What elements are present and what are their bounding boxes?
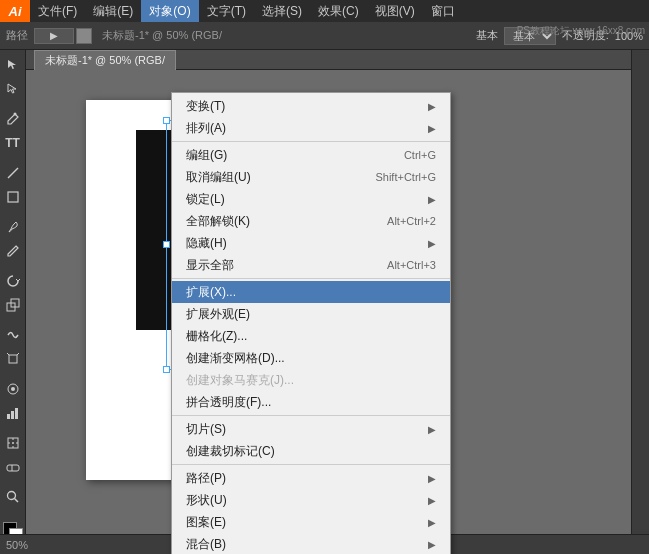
toolbox: T T: [0, 50, 26, 554]
menu-section-2: 编组(G) Ctrl+G 取消编组(U) Shift+Ctrl+G 锁定(L) …: [172, 142, 450, 279]
tool-line[interactable]: [2, 162, 24, 184]
svg-point-18: [7, 492, 15, 500]
right-panel: [631, 50, 649, 554]
canvas-area: 未标题-1* @ 50% (RGB/: [26, 50, 631, 554]
tool-direct-select[interactable]: [2, 78, 24, 100]
menu-gradient-mesh[interactable]: 创建渐变网格(D)...: [172, 347, 450, 369]
menu-transform[interactable]: 变换(T) ▶: [172, 95, 450, 117]
tool-shape[interactable]: [2, 186, 24, 208]
menu-file[interactable]: 文件(F): [30, 0, 85, 22]
app-logo: Ai: [0, 0, 30, 22]
svg-rect-10: [7, 414, 10, 419]
menu-items: 文件(F) 编辑(E) 对象(O) 文字(T) 选择(S) 效果(C) 视图(V…: [30, 0, 463, 22]
menu-slice[interactable]: 切片(S) ▶: [172, 418, 450, 440]
menu-section-4: 切片(S) ▶ 创建裁切标记(C): [172, 416, 450, 465]
tool-type[interactable]: T T: [2, 132, 24, 154]
menu-rasterize[interactable]: 栅格化(Z)...: [172, 325, 450, 347]
menu-path[interactable]: 路径(P) ▶: [172, 467, 450, 489]
tool-slice[interactable]: [2, 432, 24, 454]
menu-edit[interactable]: 编辑(E): [85, 0, 141, 22]
menu-object[interactable]: 对象(O): [141, 0, 198, 22]
tool-scale[interactable]: [2, 294, 24, 316]
menu-flatten-transparency[interactable]: 拼合透明度(F)...: [172, 391, 450, 413]
menu-hide[interactable]: 隐藏(H) ▶: [172, 232, 450, 254]
tool-paintbrush[interactable]: [2, 216, 24, 238]
tool-pencil[interactable]: [2, 240, 24, 262]
menu-arrange[interactable]: 排列(A) ▶: [172, 117, 450, 139]
svg-rect-5: [9, 355, 17, 363]
svg-line-7: [17, 353, 19, 355]
svg-line-1: [8, 168, 18, 178]
svg-rect-11: [11, 411, 14, 419]
path-selector[interactable]: ▶: [34, 28, 74, 44]
menu-show-all[interactable]: 显示全部 Alt+Ctrl+3: [172, 254, 450, 276]
menu-mosaic[interactable]: 创建对象马赛克(J)...: [172, 369, 450, 391]
tool-pen[interactable]: [2, 108, 24, 130]
zoom-level: 50%: [6, 539, 28, 551]
menu-shape[interactable]: 形状(U) ▶: [172, 489, 450, 511]
tool-rotate[interactable]: [2, 270, 24, 292]
canvas-tab: 未标题-1* @ 50% (RGB/: [26, 50, 631, 70]
path-color[interactable]: [76, 28, 92, 44]
menu-view[interactable]: 视图(V): [367, 0, 423, 22]
svg-point-9: [11, 387, 15, 391]
menu-section-1: 变换(T) ▶ 排列(A) ▶: [172, 93, 450, 142]
menu-text[interactable]: 文字(T): [199, 0, 254, 22]
menu-expand[interactable]: 扩展(X)...: [172, 281, 450, 303]
tool-symbol[interactable]: [2, 378, 24, 400]
svg-rect-16: [7, 465, 19, 471]
canvas-content: 变换(T) ▶ 排列(A) ▶ 编组(G) Ctrl+G: [26, 70, 631, 554]
watermark: PS教程论坛 www.16xx8.com: [517, 24, 645, 38]
path-label: 路径: [6, 28, 28, 43]
object-menu[interactable]: 变换(T) ▶ 排列(A) ▶ 编组(G) Ctrl+G: [171, 92, 451, 554]
menu-group[interactable]: 编组(G) Ctrl+G: [172, 144, 450, 166]
menu-section-5: 路径(P) ▶ 形状(U) ▶ 图案(E) ▶ 混合(B): [172, 465, 450, 554]
menu-expand-appearance[interactable]: 扩展外观(E): [172, 303, 450, 325]
menu-window[interactable]: 窗口: [423, 0, 463, 22]
menu-select[interactable]: 选择(S): [254, 0, 310, 22]
menu-pattern[interactable]: 图案(E) ▶: [172, 511, 450, 533]
basic-label: 基本: [476, 28, 498, 43]
tool-warp[interactable]: [2, 324, 24, 346]
menu-effect[interactable]: 效果(C): [310, 0, 367, 22]
tool-select[interactable]: [2, 54, 24, 76]
tool-bar-graph[interactable]: [2, 402, 24, 424]
menu-unlock-all[interactable]: 全部解锁(K) Alt+Ctrl+2: [172, 210, 450, 232]
tool-free-transform[interactable]: [2, 348, 24, 370]
svg-point-0: [13, 113, 16, 116]
menu-lock[interactable]: 锁定(L) ▶: [172, 188, 450, 210]
menu-bar: Ai 文件(F) 编辑(E) 对象(O) 文字(T) 选择(S) 效果(C) 视…: [0, 0, 649, 22]
svg-line-19: [14, 499, 18, 503]
menu-ungroup[interactable]: 取消编组(U) Shift+Ctrl+G: [172, 166, 450, 188]
tool-zoom[interactable]: [2, 486, 24, 508]
svg-line-6: [7, 353, 9, 355]
menu-crop-marks[interactable]: 创建裁切标记(C): [172, 440, 450, 462]
menu-blend[interactable]: 混合(B) ▶: [172, 533, 450, 554]
svg-rect-12: [15, 408, 18, 419]
svg-rect-2: [8, 192, 18, 202]
doc-title: 未标题-1* @ 50% (RGB/: [102, 28, 222, 43]
canvas-tab-active[interactable]: 未标题-1* @ 50% (RGB/: [34, 50, 176, 70]
menu-section-3: 扩展(X)... 扩展外观(E) 栅格化(Z)... 创建渐变网格(D)...: [172, 279, 450, 416]
tool-eraser[interactable]: [2, 456, 24, 478]
main-area: T T: [0, 50, 649, 554]
